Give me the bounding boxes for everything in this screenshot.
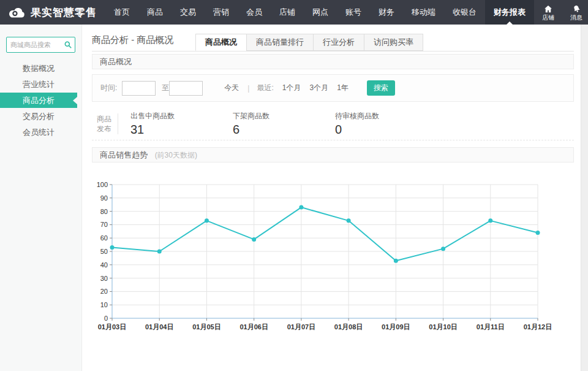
recent-label: 最近: xyxy=(257,83,273,93)
svg-text:50: 50 xyxy=(100,248,108,255)
svg-text:60: 60 xyxy=(100,234,108,242)
stat-item: 待审核商品数0 xyxy=(335,111,437,137)
chart-area: 010203040506070809010001月03日01月04日01月05日… xyxy=(92,180,574,335)
topnav-right: 店铺消息清缓存 xyxy=(534,0,588,25)
nav-item[interactable]: 财务报表 xyxy=(485,0,534,25)
svg-text:01月05日: 01月05日 xyxy=(192,323,221,331)
filter-box: 时间: 至 今天 | 最近: 1个月3个月1年 搜索 xyxy=(92,74,574,102)
sidebar-menu: 数据概况营业统计商品分析交易分析会员统计 xyxy=(0,61,81,140)
nav-item[interactable]: 收银台 xyxy=(444,0,485,25)
sidebar-item[interactable]: 会员统计 xyxy=(0,124,77,140)
nav-item[interactable]: 店铺 xyxy=(271,0,304,25)
quick-action-label: 消息 xyxy=(570,14,582,21)
svg-text:90: 90 xyxy=(100,194,108,202)
range-link[interactable]: 3个月 xyxy=(310,83,329,93)
stat-value: 31 xyxy=(130,123,233,137)
store-icon xyxy=(543,4,553,13)
svg-text:01月08日: 01月08日 xyxy=(334,323,363,331)
tab[interactable]: 行业分析 xyxy=(313,34,364,51)
nav-item[interactable]: 财务 xyxy=(370,0,403,25)
stat-value: 0 xyxy=(335,123,437,137)
logo[interactable]: 果实智慧零售 xyxy=(0,0,105,25)
range-links: 1个月3个月1年 xyxy=(274,83,349,93)
svg-text:10: 10 xyxy=(100,301,108,308)
svg-text:70: 70 xyxy=(100,221,108,228)
stat-label: 出售中商品数 xyxy=(130,111,233,121)
nav-item[interactable]: 移动端 xyxy=(403,0,444,25)
page-title: 商品分析 - 商品概况 xyxy=(92,34,196,51)
cloud-logo-icon xyxy=(7,6,26,19)
stat-label: 下架商品数 xyxy=(233,111,335,121)
svg-text:20: 20 xyxy=(100,288,108,295)
section-overview-title: 商品概况 xyxy=(100,57,132,66)
stats-row: 商品 发布 出售中商品数31下架商品数6待审核商品数0 xyxy=(92,112,574,136)
range-today-link[interactable]: 今天 xyxy=(224,83,239,93)
nav-item[interactable]: 网点 xyxy=(304,0,337,25)
time-label: 时间: xyxy=(100,83,117,93)
date-from-input[interactable] xyxy=(122,81,156,96)
publish-label-line2: 发布 xyxy=(97,124,111,134)
svg-text:0: 0 xyxy=(104,315,108,322)
svg-text:80: 80 xyxy=(100,208,108,215)
nav-item[interactable]: 交易 xyxy=(172,0,205,25)
stat-label: 待审核商品数 xyxy=(335,111,437,121)
quick-action-label: 店铺 xyxy=(542,14,554,21)
nav-item[interactable]: 首页 xyxy=(105,0,138,25)
quick-actions: 店铺消息清缓存 xyxy=(534,0,588,25)
brand-name: 果实智慧零售 xyxy=(31,6,97,20)
search-icon[interactable] xyxy=(64,40,72,49)
svg-text:01月12日: 01月12日 xyxy=(524,323,552,331)
sidebar: 数据概况营业统计商品分析交易分析会员统计 xyxy=(0,25,82,371)
topnav-items: 首页商品交易营销会员店铺网点账号财务移动端收银台财务报表 xyxy=(105,0,534,25)
sidebar-item[interactable]: 交易分析 xyxy=(0,109,77,124)
stat-item: 出售中商品数31 xyxy=(130,111,233,137)
nav-item[interactable]: 商品 xyxy=(138,0,172,25)
section-trend-note: (前30天数据) xyxy=(155,151,197,159)
bell-icon xyxy=(572,4,581,13)
svg-text:01月11日: 01月11日 xyxy=(477,323,505,331)
filter-separator: | xyxy=(247,84,249,93)
publish-label-line1: 商品 xyxy=(97,114,111,124)
tab[interactable]: 商品销量排行 xyxy=(246,34,314,51)
svg-text:40: 40 xyxy=(100,261,108,269)
to-label: 至 xyxy=(162,83,169,93)
range-link[interactable]: 1个月 xyxy=(282,83,301,93)
divider xyxy=(92,140,574,140)
page-header: 商品分析 - 商品概况 商品概况商品销量排行行业分析访问购买率 xyxy=(92,25,574,52)
range-link[interactable]: 1年 xyxy=(337,83,349,93)
svg-text:100: 100 xyxy=(97,181,108,188)
svg-text:01月09日: 01月09日 xyxy=(382,323,410,331)
date-to-input[interactable] xyxy=(169,81,203,96)
quick-action-store[interactable]: 店铺 xyxy=(534,0,562,25)
section-trend-title: 商品销售趋势 xyxy=(100,150,148,159)
svg-text:01月07日: 01月07日 xyxy=(287,323,315,331)
svg-text:01月10日: 01月10日 xyxy=(429,323,457,331)
svg-text:01月03日: 01月03日 xyxy=(98,323,126,331)
sales-trend-chart: 010203040506070809010001月03日01月04日01月05日… xyxy=(92,180,557,335)
sidebar-search-box xyxy=(6,37,75,53)
sidebar-item[interactable]: 营业统计 xyxy=(0,77,77,92)
sidebar-item[interactable]: 商品分析 xyxy=(0,93,77,108)
scrollbar[interactable] xyxy=(581,25,588,371)
top-navigation: 果实智慧零售 首页商品交易营销会员店铺网点账号财务移动端收银台财务报表 店铺消息… xyxy=(0,0,588,25)
svg-text:30: 30 xyxy=(100,275,108,282)
tab[interactable]: 访问购买率 xyxy=(364,34,423,51)
main-content: 商品分析 - 商品概况 商品概况商品销量排行行业分析访问购买率 商品概况 时间:… xyxy=(82,25,581,371)
sidebar-item[interactable]: 数据概况 xyxy=(0,61,77,76)
vertical-divider xyxy=(118,113,118,134)
tab-bar: 商品概况商品销量排行行业分析访问购买率 xyxy=(196,34,423,51)
nav-item[interactable]: 营销 xyxy=(205,0,238,25)
svg-text:01月04日: 01月04日 xyxy=(145,323,173,331)
quick-action-bell[interactable]: 消息 xyxy=(562,0,588,25)
search-button[interactable]: 搜索 xyxy=(367,80,395,96)
publish-label: 商品 发布 xyxy=(97,114,111,134)
stats: 出售中商品数31下架商品数6待审核商品数0 xyxy=(130,111,437,137)
stat-item: 下架商品数6 xyxy=(233,111,335,137)
tab[interactable]: 商品概况 xyxy=(195,34,247,51)
svg-text:01月06日: 01月06日 xyxy=(239,323,268,331)
nav-item[interactable]: 账号 xyxy=(337,0,370,25)
section-overview-header: 商品概况 xyxy=(92,54,574,69)
nav-item[interactable]: 会员 xyxy=(238,0,271,25)
section-trend-header: 商品销售趋势 (前30天数据) xyxy=(92,147,574,163)
stat-value: 6 xyxy=(233,123,335,137)
